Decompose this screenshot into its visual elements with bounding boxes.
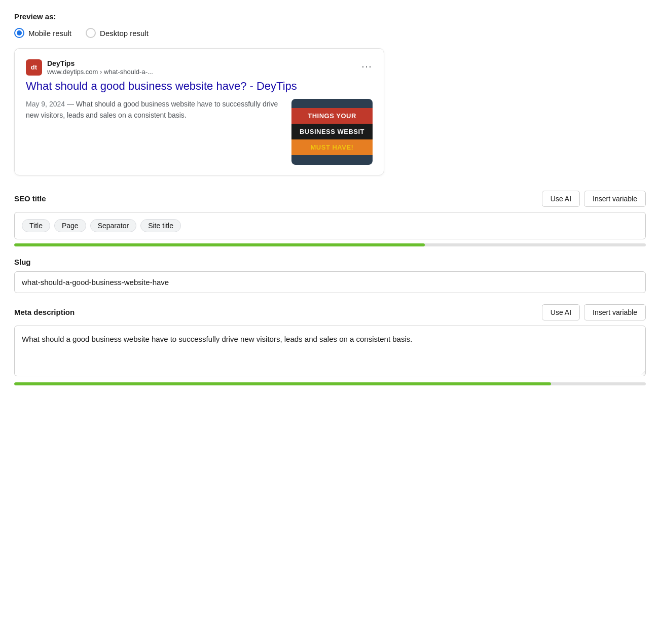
seo-title-progress-fill xyxy=(14,243,425,246)
result-date: May 9, 2024 — xyxy=(26,100,76,108)
slug-input[interactable] xyxy=(14,271,646,293)
seo-title-insert-variable-button[interactable]: Insert variable xyxy=(584,191,646,207)
preview-as-label: Preview as: xyxy=(14,12,646,21)
mobile-result-option[interactable]: Mobile result xyxy=(14,28,71,38)
meta-description-textarea[interactable] xyxy=(14,326,646,376)
tag-title[interactable]: Title xyxy=(22,219,50,232)
thumb-line-1: THINGS YOUR xyxy=(291,108,373,124)
meta-description-label: Meta description xyxy=(14,308,75,316)
slug-label: Slug xyxy=(14,258,31,266)
seo-title-tag-input[interactable]: Title Page Separator Site title xyxy=(14,212,646,239)
menu-dots-icon[interactable]: ⋮ xyxy=(361,62,373,73)
search-result-card: dt DeyTips www.deytips.com › what-should… xyxy=(14,48,384,175)
meta-description-progress-fill xyxy=(14,382,551,385)
desktop-result-label: Desktop result xyxy=(100,29,149,38)
thumb-line-2: BUSINESS WEBSIT xyxy=(291,124,373,139)
tag-page[interactable]: Page xyxy=(54,219,86,232)
site-url: www.deytips.com › what-should-a-... xyxy=(47,68,153,76)
seo-title-label: SEO title xyxy=(14,194,46,203)
search-result-title[interactable]: What should a good business website have… xyxy=(26,79,373,94)
meta-insert-variable-button[interactable]: Insert variable xyxy=(584,304,646,320)
mobile-result-label: Mobile result xyxy=(28,29,71,38)
tag-separator[interactable]: Separator xyxy=(90,219,136,232)
desktop-result-option[interactable]: Desktop result xyxy=(86,28,149,38)
site-favicon: dt xyxy=(26,59,42,76)
site-name: DeyTips xyxy=(47,59,153,68)
result-thumbnail: THINGS YOUR BUSINESS WEBSIT MUST HAVE! xyxy=(291,99,373,165)
meta-use-ai-button[interactable]: Use AI xyxy=(542,304,580,320)
mobile-radio[interactable] xyxy=(14,28,24,38)
meta-description-progress-bar xyxy=(14,382,646,385)
desktop-radio[interactable] xyxy=(86,28,96,38)
radio-group: Mobile result Desktop result xyxy=(14,28,646,38)
tag-site-title[interactable]: Site title xyxy=(140,219,181,232)
seo-title-use-ai-button[interactable]: Use AI xyxy=(542,191,580,207)
thumb-line-3: MUST HAVE! xyxy=(291,139,373,155)
seo-title-progress-bar xyxy=(14,243,646,246)
